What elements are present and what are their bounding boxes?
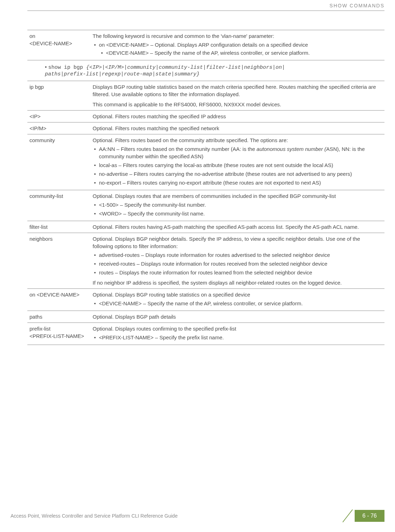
list-item: received-routes – Displays route informa…	[93, 260, 381, 267]
main-content: on <DEVICE-NAME> The following keyword i…	[27, 30, 384, 345]
table-cell-desc: Optional. Displays BGP routing table sta…	[91, 289, 384, 311]
table-cell-label: ip bgp	[27, 81, 91, 111]
section-header: SHOW COMMANDS	[329, 3, 384, 8]
page-footer: Access Point, Wireless Controller and Se…	[11, 508, 384, 524]
command-syntax: • show ip bgp {<IP>|<IP/M>|community|com…	[45, 64, 384, 77]
list-item-text: on <DEVICE-NAME> – Optional. Displays AR…	[99, 42, 308, 48]
sub-list: <DEVICE-NAME> – Specify the name of the …	[99, 49, 381, 56]
list-item: <1-500> – Specify the community-list num…	[93, 201, 381, 208]
desc-p1: Displays BGP routing table statistics ba…	[93, 83, 381, 98]
desc-p1: Optional. Displays routes that are membe…	[93, 192, 381, 200]
table-row: paths Optional. Displays BGP path detail…	[27, 311, 384, 323]
param-name-line1: prefix-list	[29, 326, 51, 332]
command-args-cont: paths|prefix-list|regexp|route-map|state…	[45, 71, 200, 77]
table-row: on <DEVICE-NAME> Optional. Displays BGP …	[27, 289, 384, 311]
desc-p1: Optional. Displays BGP neighbor details.…	[93, 235, 381, 250]
table-row: <IP/M> Optional. Filters routes matching…	[27, 122, 384, 134]
italic-text: autonomous system number (	[256, 146, 326, 152]
table-cell-label: neighbors	[27, 233, 91, 289]
table-row: on <DEVICE-NAME> The following keyword i…	[27, 30, 384, 60]
list-item: <PREFIX-LIST-NAME> – Specify the prefix …	[93, 334, 381, 341]
table-cell-label: <IP/M>	[27, 122, 91, 134]
param-name-line2: <PREFIX-LIST-NAME>	[29, 333, 84, 339]
desc-p1: Optional. Filters routes based on the co…	[93, 137, 381, 144]
list-item: no-export – Filters routes carrying no-e…	[93, 179, 381, 186]
header-divider	[27, 11, 384, 11]
desc-p2: If no neighbor IP address is specified, …	[93, 279, 381, 286]
table-cell-desc: Optional. Filters routes matching the sp…	[91, 111, 384, 122]
desc-list: AA:NN – Filters routes based on the comm…	[93, 145, 381, 186]
list-item: routes – Displays the route information …	[93, 269, 381, 276]
desc-list: <PREFIX-LIST-NAME> – Specify the prefix …	[93, 334, 381, 341]
table-cell-label: prefix-list <PREFIX-LIST-NAME>	[27, 323, 91, 345]
command-args: {<IP>|<IP/M>|community|community-list|fi…	[86, 65, 285, 71]
table-cell-label: community-list	[27, 190, 91, 221]
table-cell-label: paths	[27, 311, 91, 323]
list-item: no-advertise – Filters routes carrying t…	[93, 170, 381, 178]
table-cell-label: on <DEVICE-NAME>	[27, 289, 91, 311]
param-name-line2: <DEVICE-NAME>	[29, 40, 72, 46]
table-row: prefix-list <PREFIX-LIST-NAME> Optional.…	[27, 323, 384, 345]
table-row: community-list Optional. Displays routes…	[27, 190, 384, 221]
footer-text: Access Point, Wireless Controller and Se…	[11, 513, 178, 519]
param-name-line1: on	[29, 33, 35, 39]
desc-p1: Optional. Displays BGP routing table sta…	[93, 291, 381, 298]
table-cell-desc: Displays BGP routing table statistics ba…	[91, 81, 384, 111]
slash-icon	[339, 508, 357, 524]
list-item: <DEVICE-NAME> – Specify the name of the …	[93, 300, 381, 307]
table-cell-desc: Optional. Displays routes confirming to …	[91, 323, 384, 345]
table-cell-desc: Optional. Displays routes that are membe…	[91, 190, 384, 221]
desc-p2: This command is applicable to the RFS400…	[93, 101, 381, 108]
command-text: show ip bgp	[48, 65, 86, 71]
svg-line-0	[343, 510, 353, 522]
desc-list: on <DEVICE-NAME> – Optional. Displays AR…	[93, 41, 381, 56]
list-item: local-as – Filters routes carrying the l…	[93, 161, 381, 169]
list-item: advertised-routes – Displays route infor…	[93, 251, 381, 259]
list-item: AA:NN – Filters routes based on the comm…	[93, 145, 381, 160]
table-row: community Optional. Filters routes based…	[27, 134, 384, 190]
table-row: ip bgp Displays BGP routing table statis…	[27, 81, 384, 111]
desc-intro: The following keyword is recursive and c…	[93, 32, 381, 40]
table-cell-desc: Optional. Filters routes based on the co…	[91, 134, 384, 190]
list-item: <WORD> – Specify the community-list name…	[93, 210, 381, 217]
table-cell-desc: Optional. Filters routes matching the sp…	[91, 122, 384, 134]
table-row: <IP> Optional. Filters routes matching t…	[27, 111, 384, 122]
desc-list: advertised-routes – Displays route infor…	[93, 251, 381, 276]
bullet-text: •	[45, 64, 48, 70]
desc-list: <1-500> – Specify the community-list num…	[93, 201, 381, 217]
table-cell-desc: Optional. Displays BGP neighbor details.…	[91, 233, 384, 289]
table-cell-label: filter-list	[27, 221, 91, 233]
table-cell-desc: Optional. Filters routes having AS-path …	[91, 221, 384, 233]
table-cell-label: <IP>	[27, 111, 91, 122]
table-2: ip bgp Displays BGP routing table statis…	[27, 81, 384, 345]
page-number-badge: 6 - 76	[339, 508, 384, 524]
text-span: AA:NN – Filters routes based on the comm…	[99, 146, 256, 152]
desc-p1: Optional. Displays routes confirming to …	[93, 325, 381, 332]
table-row: filter-list Optional. Filters routes hav…	[27, 221, 384, 233]
table-cell-desc: The following keyword is recursive and c…	[91, 30, 384, 60]
table-1: on <DEVICE-NAME> The following keyword i…	[27, 30, 384, 60]
table-row: neighbors Optional. Displays BGP neighbo…	[27, 233, 384, 289]
list-item: on <DEVICE-NAME> – Optional. Displays AR…	[93, 41, 381, 56]
table-cell-label: on <DEVICE-NAME>	[27, 30, 91, 60]
desc-list: <DEVICE-NAME> – Specify the name of the …	[93, 300, 381, 307]
page-number: 6 - 76	[355, 510, 384, 522]
list-item: <DEVICE-NAME> – Specify the name of the …	[100, 49, 381, 56]
table-cell-label: community	[27, 134, 91, 190]
table-cell-desc: Optional. Displays BGP path details	[91, 311, 384, 323]
